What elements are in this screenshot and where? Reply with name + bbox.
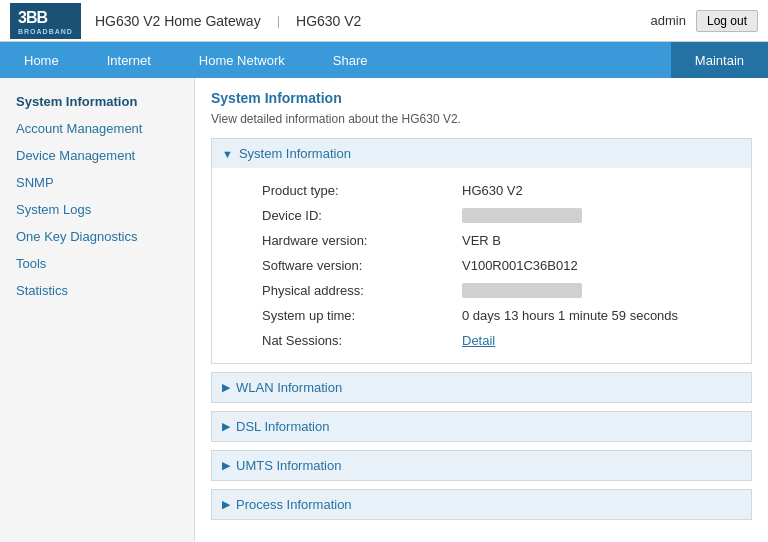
expand-arrow-icon: ▶ [222,381,230,394]
logout-button[interactable]: Log out [696,10,758,32]
header-device: HG630 V2 [296,13,361,29]
sidebar: System Information Account Management De… [0,78,195,542]
value-software-version: V100R001C36B012 [462,258,578,273]
sidebar-item-statistics[interactable]: Statistics [0,277,194,304]
content-desc: View detailed information about the HG63… [211,112,752,126]
content-title: System Information [211,90,752,106]
navbar: Home Internet Home Network Share Maintai… [0,42,768,78]
expand-arrow-icon: ▶ [222,498,230,511]
sidebar-item-one-key-diagnostics[interactable]: One Key Diagnostics [0,223,194,250]
section-umts-info: ▶ UMTS Information [211,450,752,481]
label-software-version: Software version: [262,258,462,273]
sidebar-item-snmp[interactable]: SNMP [0,169,194,196]
section-umts-info-header[interactable]: ▶ UMTS Information [212,451,751,480]
expand-arrow-icon: ▶ [222,459,230,472]
table-row: Hardware version: VER B [232,228,731,253]
value-nat-sessions-link[interactable]: Detail [462,333,495,348]
nav-item-internet[interactable]: Internet [83,42,175,78]
expand-arrow-icon: ▶ [222,420,230,433]
value-physical-address [462,283,582,298]
table-row: Physical address: [232,278,731,303]
section-system-info-header[interactable]: ▼ System Information [212,139,751,168]
nav-item-maintain[interactable]: Maintain [671,42,768,78]
label-product-type: Product type: [262,183,462,198]
nav-item-share[interactable]: Share [309,42,392,78]
section-dsl-info: ▶ DSL Information [211,411,752,442]
label-device-id: Device ID: [262,208,462,223]
main-layout: setuprouter System Information Account M… [0,78,768,542]
section-umts-info-label: UMTS Information [236,458,341,473]
label-hardware-version: Hardware version: [262,233,462,248]
table-row: Software version: V100R001C36B012 [232,253,731,278]
section-wlan-info: ▶ WLAN Information [211,372,752,403]
header-separator: | [277,13,280,28]
section-process-info-label: Process Information [236,497,352,512]
section-dsl-info-header[interactable]: ▶ DSL Information [212,412,751,441]
logo-3bb: 3BB [18,9,47,26]
value-device-id [462,208,582,223]
logo-area: 3BB BROADBAND HG630 V2 Home Gateway | HG… [10,3,361,39]
nav-item-home[interactable]: Home [0,42,83,78]
sidebar-item-account-management[interactable]: Account Management [0,115,194,142]
table-row: Product type: HG630 V2 [232,178,731,203]
label-nat-sessions: Nat Sessions: [262,333,462,348]
section-process-info-header[interactable]: ▶ Process Information [212,490,751,519]
value-system-uptime: 0 days 13 hours 1 minute 59 seconds [462,308,678,323]
header-right: admin Log out [651,10,758,32]
section-wlan-info-header[interactable]: ▶ WLAN Information [212,373,751,402]
label-system-uptime: System up time: [262,308,462,323]
section-system-info-body: Product type: HG630 V2 Device ID: Hardwa… [212,168,751,363]
section-system-info: ▼ System Information Product type: HG630… [211,138,752,364]
nav-item-home-network[interactable]: Home Network [175,42,309,78]
header-title: HG630 V2 Home Gateway [95,13,261,29]
value-hardware-version: VER B [462,233,501,248]
logo-box: 3BB BROADBAND [10,3,81,39]
table-row: System up time: 0 days 13 hours 1 minute… [232,303,731,328]
sidebar-item-system-information[interactable]: System Information [0,88,194,115]
section-system-info-label: System Information [239,146,351,161]
content-area: System Information View detailed informa… [195,78,768,542]
admin-label: admin [651,13,686,28]
label-physical-address: Physical address: [262,283,462,298]
section-process-info: ▶ Process Information [211,489,752,520]
table-row: Nat Sessions: Detail [232,328,731,353]
sidebar-item-tools[interactable]: Tools [0,250,194,277]
table-row: Device ID: [232,203,731,228]
sidebar-item-system-logs[interactable]: System Logs [0,196,194,223]
collapse-arrow-icon: ▼ [222,148,233,160]
value-product-type: HG630 V2 [462,183,523,198]
sidebar-item-device-management[interactable]: Device Management [0,142,194,169]
header: 3BB BROADBAND HG630 V2 Home Gateway | HG… [0,0,768,42]
section-dsl-info-label: DSL Information [236,419,329,434]
section-wlan-info-label: WLAN Information [236,380,342,395]
logo-broadband: BROADBAND [18,28,73,35]
